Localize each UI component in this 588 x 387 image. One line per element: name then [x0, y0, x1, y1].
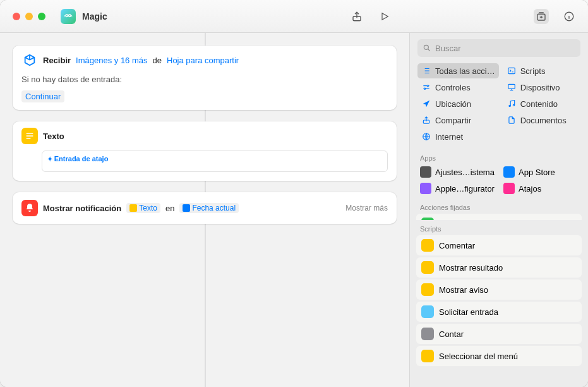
show-more-button[interactable]: Mostrar más: [345, 204, 388, 212]
svg-point-5: [424, 45, 428, 49]
category-globe[interactable]: Internet: [417, 129, 499, 144]
action-row[interactable]: Seleccionar del menú: [416, 346, 582, 366]
close-button[interactable]: [13, 13, 20, 20]
receive-verb: Recibir: [43, 56, 71, 65]
titlebar: Magic: [0, 0, 588, 33]
category-monitor[interactable]: Dispositivo: [503, 80, 580, 95]
action-icon: [421, 261, 434, 274]
action-row[interactable]: Mostrar aviso: [416, 280, 582, 300]
app-icon: [420, 183, 431, 194]
window-title: Magic: [82, 11, 107, 22]
window-controls: [13, 13, 45, 20]
action-receive[interactable]: Recibir Imágenes y 16 más de Hoja para c…: [13, 46, 397, 110]
category-terminal[interactable]: Scripts: [503, 63, 580, 78]
text-icon: [21, 128, 38, 144]
receive-source[interactable]: Hoja para compartir: [167, 56, 239, 65]
category-list[interactable]: Todas las acci…: [417, 63, 499, 78]
app-item[interactable]: Apple…figurator: [417, 181, 497, 196]
svg-point-0: [66, 15, 68, 17]
scripts-header: Scripts: [410, 220, 588, 235]
monitor-icon: [507, 82, 517, 92]
action-row[interactable]: Solicitar entrada: [416, 302, 582, 322]
category-share[interactable]: Compartir: [417, 113, 499, 128]
action-row[interactable]: Mostrar resultado: [416, 257, 582, 278]
category-nav[interactable]: Ubicación: [417, 96, 499, 111]
category-doc[interactable]: Documentos: [503, 113, 580, 128]
workflow-canvas[interactable]: Recibir Imágenes y 16 más de Hoja para c…: [0, 33, 409, 387]
category-music[interactable]: Contenido: [503, 96, 580, 111]
svg-point-9: [513, 104, 514, 106]
share-button[interactable]: [349, 9, 364, 24]
receive-types[interactable]: Imágenes y 16 más: [76, 56, 147, 65]
action-library-sidebar: Buscar Todas las acci…ScriptsControlesDi…: [409, 33, 588, 387]
svg-point-8: [509, 105, 510, 106]
doc-icon: [507, 115, 517, 125]
action-icon: [421, 328, 434, 340]
text-title: Texto: [43, 132, 64, 141]
action-icon: [421, 350, 434, 362]
app-window: Magic: [0, 0, 588, 387]
run-button[interactable]: [377, 9, 392, 24]
nav-icon: [421, 99, 431, 109]
action-icon: [421, 239, 434, 252]
no-input-action[interactable]: Continuar: [21, 90, 64, 102]
globe-icon: [421, 132, 431, 142]
zoom-button[interactable]: [38, 13, 45, 20]
action-text[interactable]: Texto Entrada de atajo: [13, 121, 397, 181]
minimize-button[interactable]: [25, 13, 33, 20]
app-icon: [503, 183, 515, 194]
app-icon: [503, 166, 515, 178]
apps-header: Apps: [410, 149, 588, 164]
category-sliders[interactable]: Controles: [417, 80, 499, 95]
notify-mid: en: [165, 204, 174, 213]
music-icon: [507, 99, 517, 109]
svg-rect-7: [508, 84, 515, 89]
app-item[interactable]: App Store: [501, 164, 580, 180]
action-row[interactable]: Enviar mensaje: [416, 214, 582, 220]
sliders-icon: [421, 82, 431, 92]
receive-from-word: de: [153, 56, 162, 65]
app-icon: [420, 166, 431, 178]
pinned-header: Acciones fijadas: [410, 199, 588, 214]
action-row[interactable]: Contar: [416, 324, 582, 344]
search-input[interactable]: Buscar: [417, 39, 580, 57]
search-icon: [423, 44, 431, 52]
app-item[interactable]: Atajos: [501, 181, 580, 196]
text-input-field[interactable]: Entrada de atajo: [42, 150, 388, 172]
action-icon: [421, 305, 434, 318]
receive-icon: [21, 52, 38, 68]
shortcut-icon: [61, 9, 76, 24]
notify-token-date[interactable]: Fecha actual: [179, 203, 239, 213]
notify-token-text[interactable]: Texto: [126, 203, 160, 213]
action-row[interactable]: Comentar: [416, 235, 582, 255]
svg-point-1: [69, 15, 71, 17]
app-item[interactable]: Ajustes…istema: [417, 164, 497, 180]
info-button[interactable]: [561, 9, 577, 24]
list-icon: [421, 66, 431, 76]
notify-title: Mostrar notificación: [43, 204, 121, 213]
terminal-icon: [507, 66, 517, 76]
bell-icon: [21, 200, 38, 216]
svg-rect-6: [508, 68, 515, 73]
no-input-label: Si no hay datos de entrada:: [13, 72, 397, 90]
action-icon: [421, 283, 434, 296]
library-button[interactable]: [534, 9, 549, 24]
action-notification[interactable]: Mostrar notificación Texto en Fecha actu…: [13, 192, 397, 224]
share-icon: [421, 115, 431, 125]
